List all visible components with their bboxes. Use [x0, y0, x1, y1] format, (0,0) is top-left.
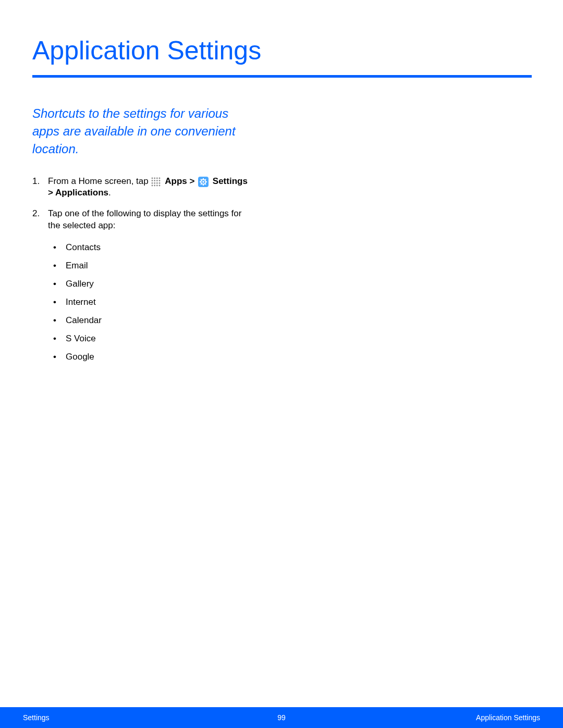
steps-list: From a Home screen, tap Apps > [32, 176, 251, 363]
svg-point-8 [152, 182, 153, 184]
svg-point-2 [156, 177, 158, 179]
step1-settings-label: Settings [213, 176, 248, 186]
svg-point-12 [152, 184, 153, 186]
svg-point-0 [152, 177, 153, 179]
list-item: S Voice [51, 333, 251, 344]
svg-point-13 [154, 184, 156, 186]
settings-gear-icon [198, 177, 209, 187]
list-item: Gallery [51, 278, 251, 290]
step1-gt1: > [187, 176, 197, 186]
list-item: Internet [51, 297, 251, 308]
svg-point-3 [159, 177, 161, 179]
page-title: Application Settings [32, 35, 532, 75]
list-item: Email [51, 260, 251, 272]
intro-text: Shortcuts to the settings for various ap… [32, 105, 251, 158]
step1-applications-label: Applications [55, 188, 108, 198]
title-divider [32, 75, 532, 78]
svg-point-11 [159, 182, 161, 184]
svg-point-10 [156, 182, 158, 184]
step1-period: . [108, 188, 111, 198]
svg-rect-20 [203, 184, 204, 186]
step1-line2-prefix: > [48, 188, 55, 198]
svg-point-1 [154, 177, 156, 179]
svg-point-4 [152, 180, 153, 181]
list-item: Calendar [51, 315, 251, 326]
svg-rect-22 [206, 181, 207, 182]
footer-page-number: 99 [195, 713, 368, 722]
footer-section-label: Settings [23, 713, 195, 722]
apps-grid-icon [151, 177, 161, 187]
footer-page-title: Application Settings [368, 713, 540, 722]
page-footer: Settings 99 Application Settings [0, 707, 563, 728]
svg-point-9 [154, 182, 156, 184]
step1-apps-label: Apps [165, 176, 187, 186]
step-2: Tap one of the following to display the … [32, 208, 251, 363]
svg-point-6 [156, 180, 158, 181]
svg-rect-21 [200, 181, 201, 182]
step2-text: Tap one of the following to display the … [48, 208, 241, 230]
svg-point-7 [159, 180, 161, 181]
step-1: From a Home screen, tap Apps > [32, 176, 251, 199]
svg-point-5 [154, 180, 156, 181]
list-item: Contacts [51, 242, 251, 253]
svg-point-18 [202, 181, 204, 183]
list-item: Google [51, 351, 251, 363]
step1-prefix: From a Home screen, tap [48, 176, 149, 186]
svg-rect-19 [203, 178, 204, 180]
svg-point-15 [159, 184, 161, 186]
app-bullet-list: Contacts Email Gallery Internet Calendar… [48, 242, 251, 363]
svg-point-14 [156, 184, 158, 186]
content-column: Shortcuts to the settings for various ap… [32, 105, 251, 363]
